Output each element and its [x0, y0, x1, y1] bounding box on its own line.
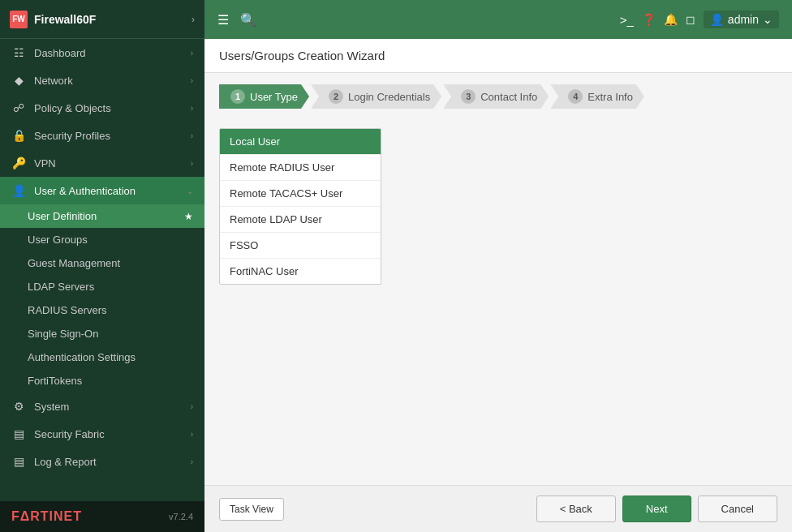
- cancel-button[interactable]: Cancel: [698, 496, 777, 522]
- security-profiles-arrow-icon: ›: [191, 131, 193, 140]
- dashboard-icon: ☷: [11, 46, 26, 59]
- sidebar-item-log-report[interactable]: ▤ Log & Report ›: [0, 448, 204, 475]
- wizard-step-2[interactable]: 2 Login Credentials: [311, 84, 441, 109]
- user-type-local-label: Local User: [230, 135, 280, 148]
- step-1-num: 1: [230, 89, 245, 104]
- sidebar-item-auth-settings[interactable]: Authentication Settings: [0, 345, 204, 369]
- sidebar-item-security-profiles[interactable]: 🔒 Security Profiles ›: [0, 122, 204, 149]
- sidebar-item-ldap-servers[interactable]: LDAP Servers: [0, 275, 204, 298]
- sidebar-item-dashboard[interactable]: ☷ Dashboard ›: [0, 39, 204, 66]
- security-profiles-icon: 🔒: [11, 129, 26, 142]
- sidebar-label-auth-settings: Authentication Settings: [28, 351, 136, 363]
- sidebar-item-radius-servers[interactable]: RADIUS Servers: [0, 298, 204, 322]
- device-name: Firewall60F: [34, 13, 96, 26]
- sidebar-item-fortitokens[interactable]: FortiTokens: [0, 369, 204, 393]
- sidebar-menu: ☷ Dashboard › ◆ Network › ☍ Policy & Obj…: [0, 39, 204, 501]
- vpn-icon: 🔑: [11, 157, 26, 169]
- sidebar-label-radius-servers: RADIUS Servers: [28, 304, 107, 316]
- admin-menu[interactable]: 👤 admin ⌄: [704, 11, 779, 28]
- sidebar: FW Firewall60F › ☷ Dashboard › ◆ Network…: [0, 0, 204, 532]
- star-icon: ★: [184, 211, 193, 222]
- notification-icon[interactable]: 🔔: [664, 13, 678, 26]
- admin-label: admin: [728, 13, 759, 26]
- cli-icon[interactable]: >_: [620, 13, 634, 27]
- sidebar-label-vpn: VPN: [34, 157, 56, 169]
- sidebar-label-fortitokens: FortiTokens: [28, 375, 82, 387]
- version-label: v7.2.4: [169, 512, 193, 521]
- user-type-fortinac-label: FortiNAC User: [230, 265, 299, 277]
- network-arrow-icon: ›: [191, 76, 193, 85]
- user-type-local[interactable]: Local User: [220, 129, 381, 155]
- page-title: Users/Groups Creation Wizard: [204, 39, 792, 73]
- sidebar-item-user-auth[interactable]: 👤 User & Authentication ⌄: [0, 177, 204, 204]
- sidebar-label-ldap-servers: LDAP Servers: [28, 281, 94, 293]
- log-report-arrow-icon: ›: [191, 457, 193, 466]
- step-1-label: User Type: [250, 91, 298, 103]
- user-type-tacacs-label: Remote TACACS+ User: [230, 187, 342, 200]
- task-view-button[interactable]: Task View: [219, 498, 284, 521]
- sidebar-footer: FΔRTINET v7.2.4: [0, 501, 204, 532]
- step-4-num: 4: [568, 89, 583, 104]
- sidebar-label-security-profiles: Security Profiles: [34, 130, 110, 142]
- wizard-body: Local User Remote RADIUS User Remote TAC…: [204, 120, 792, 485]
- back-button[interactable]: < Back: [536, 496, 616, 522]
- step-3-label: Contact Info: [480, 91, 537, 103]
- wizard-step-1[interactable]: 1 User Type: [219, 84, 309, 109]
- vpn-arrow-icon: ›: [191, 159, 193, 168]
- fortinet-logo: FΔRTINET: [11, 509, 82, 524]
- wizard-step-4[interactable]: 4 Extra Info: [550, 84, 644, 109]
- wizard-footer: Task View < Back Next Cancel: [204, 485, 792, 532]
- sidebar-label-user-auth: User & Authentication: [34, 185, 136, 197]
- step-3-num: 3: [461, 89, 476, 104]
- sidebar-item-single-sign-on[interactable]: Single Sign-On: [0, 322, 204, 345]
- sidebar-label-single-sign-on: Single Sign-On: [28, 328, 98, 340]
- main-area: ☰ 🔍 >_ ❓ 🔔 ◻ 👤 admin ⌄ Users/Groups Crea…: [204, 0, 792, 532]
- policy-arrow-icon: ›: [191, 104, 193, 113]
- security-fabric-arrow-icon: ›: [191, 430, 193, 439]
- sidebar-item-user-definition[interactable]: User Definition ★: [0, 204, 204, 228]
- user-auth-icon: 👤: [11, 184, 26, 197]
- expand-icon[interactable]: ◻: [686, 13, 695, 26]
- device-name-section: FW Firewall60F: [10, 11, 96, 28]
- policy-icon: ☍: [11, 101, 26, 114]
- security-fabric-icon: ▤: [11, 427, 26, 440]
- sidebar-item-guest-management[interactable]: Guest Management: [0, 251, 204, 275]
- step-2-num: 2: [329, 89, 343, 104]
- device-icon: FW: [10, 11, 28, 28]
- sidebar-label-system: System: [34, 401, 69, 413]
- system-icon: ⚙: [11, 400, 26, 413]
- user-type-ldap[interactable]: Remote LDAP User: [220, 207, 381, 233]
- system-arrow-icon: ›: [191, 402, 193, 411]
- log-report-icon: ▤: [11, 455, 26, 468]
- sidebar-collapse-icon[interactable]: ›: [192, 14, 195, 25]
- user-type-tacacs[interactable]: Remote TACACS+ User: [220, 181, 381, 207]
- user-type-radius[interactable]: Remote RADIUS User: [220, 155, 381, 181]
- help-icon[interactable]: ❓: [642, 13, 656, 26]
- sidebar-label-user-groups: User Groups: [28, 234, 88, 246]
- user-type-fortinac[interactable]: FortiNAC User: [220, 259, 381, 284]
- wizard-step-3[interactable]: 3 Contact Info: [443, 84, 549, 109]
- network-icon: ◆: [11, 74, 26, 87]
- sidebar-label-policy: Policy & Objects: [34, 102, 111, 114]
- step-2-label: Login Credentials: [348, 91, 430, 103]
- top-nav: ☰ 🔍 >_ ❓ 🔔 ◻ 👤 admin ⌄: [204, 0, 792, 39]
- sidebar-item-vpn[interactable]: 🔑 VPN ›: [0, 149, 204, 177]
- dashboard-arrow-icon: ›: [191, 49, 193, 58]
- step-4-label: Extra Info: [588, 91, 633, 103]
- sidebar-item-policy[interactable]: ☍ Policy & Objects ›: [0, 94, 204, 122]
- sidebar-item-network[interactable]: ◆ Network ›: [0, 66, 204, 94]
- next-button[interactable]: Next: [622, 496, 691, 522]
- sidebar-header: FW Firewall60F ›: [0, 0, 204, 39]
- user-auth-arrow-icon: ⌄: [187, 187, 193, 195]
- search-icon[interactable]: 🔍: [240, 12, 256, 28]
- sidebar-label-log-report: Log & Report: [34, 456, 97, 468]
- sidebar-label-dashboard: Dashboard: [34, 47, 86, 59]
- sidebar-item-system[interactable]: ⚙ System ›: [0, 393, 204, 420]
- wizard-steps: 1 User Type 2 Login Credentials 3 Contac…: [204, 73, 792, 120]
- admin-chevron-icon: ⌄: [763, 13, 773, 26]
- user-type-fsso[interactable]: FSSO: [220, 233, 381, 259]
- sidebar-item-user-groups[interactable]: User Groups: [0, 228, 204, 251]
- hamburger-icon[interactable]: ☰: [217, 12, 229, 28]
- sidebar-label-security-fabric: Security Fabric: [34, 428, 105, 440]
- sidebar-item-security-fabric[interactable]: ▤ Security Fabric ›: [0, 420, 204, 448]
